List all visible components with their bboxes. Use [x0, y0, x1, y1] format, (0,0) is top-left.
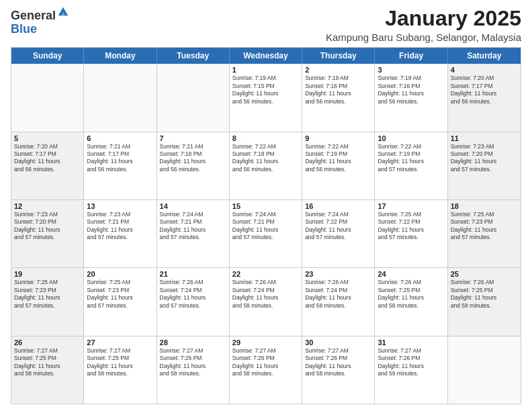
weekday-header-tuesday: Tuesday [157, 48, 230, 64]
calendar-row-0: 1Sunrise: 7:19 AM Sunset: 7:15 PM Daylig… [11, 64, 521, 131]
calendar-cell-w1d6: 11Sunrise: 7:23 AM Sunset: 7:20 PM Dayli… [448, 132, 521, 199]
calendar-cell-w4d6 [448, 336, 521, 404]
day-number: 2 [305, 66, 371, 74]
day-number: 14 [160, 202, 226, 210]
calendar-cell-w3d1: 20Sunrise: 7:25 AM Sunset: 7:23 PM Dayli… [84, 268, 157, 335]
calendar-cell-w3d5: 24Sunrise: 7:26 AM Sunset: 7:25 PM Dayli… [375, 268, 447, 335]
calendar-row-1: 5Sunrise: 7:20 AM Sunset: 7:17 PM Daylig… [11, 132, 521, 199]
day-number: 23 [305, 270, 371, 278]
calendar-row-3: 19Sunrise: 7:25 AM Sunset: 7:23 PM Dayli… [11, 267, 521, 335]
calendar-cell-w3d4: 23Sunrise: 7:26 AM Sunset: 7:24 PM Dayli… [302, 268, 375, 335]
calendar-cell-w4d4: 30Sunrise: 7:27 AM Sunset: 7:26 PM Dayli… [302, 336, 375, 404]
day-number: 7 [160, 134, 226, 142]
day-info: Sunrise: 7:25 AM Sunset: 7:23 PM Dayligh… [87, 279, 153, 310]
day-info: Sunrise: 7:24 AM Sunset: 7:21 PM Dayligh… [160, 211, 226, 242]
calendar-cell-w2d1: 13Sunrise: 7:23 AM Sunset: 7:21 PM Dayli… [84, 200, 157, 267]
day-number: 26 [14, 338, 81, 347]
calendar-cell-w1d1: 6Sunrise: 7:21 AM Sunset: 7:17 PM Daylig… [84, 132, 157, 199]
day-number: 16 [305, 202, 371, 210]
calendar-cell-w4d2: 28Sunrise: 7:27 AM Sunset: 7:26 PM Dayli… [157, 336, 230, 404]
day-info: Sunrise: 7:25 AM Sunset: 7:22 PM Dayligh… [378, 211, 444, 242]
calendar-body: 1Sunrise: 7:19 AM Sunset: 7:15 PM Daylig… [11, 64, 521, 404]
calendar-cell-w0d0 [11, 64, 84, 131]
calendar: SundayMondayTuesdayWednesdayThursdayFrid… [11, 47, 521, 404]
day-number: 20 [87, 270, 153, 278]
calendar-cell-w0d1 [84, 64, 157, 131]
calendar-cell-w2d5: 17Sunrise: 7:25 AM Sunset: 7:22 PM Dayli… [375, 200, 447, 267]
weekday-header-saturday: Saturday [448, 48, 521, 64]
calendar-cell-w0d2 [157, 64, 230, 131]
calendar-cell-w0d5: 3Sunrise: 7:19 AM Sunset: 7:16 PM Daylig… [375, 64, 447, 131]
day-info: Sunrise: 7:27 AM Sunset: 7:26 PM Dayligh… [305, 347, 371, 378]
day-number: 31 [378, 338, 444, 347]
calendar-cell-w1d0: 5Sunrise: 7:20 AM Sunset: 7:17 PM Daylig… [11, 132, 84, 199]
calendar-cell-w4d0: 26Sunrise: 7:27 AM Sunset: 7:25 PM Dayli… [11, 336, 84, 404]
logo-blue-text: Blue [11, 23, 69, 36]
calendar-cell-w2d4: 16Sunrise: 7:24 AM Sunset: 7:22 PM Dayli… [302, 200, 375, 267]
day-info: Sunrise: 7:27 AM Sunset: 7:26 PM Dayligh… [378, 347, 444, 378]
day-info: Sunrise: 7:22 AM Sunset: 7:19 PM Dayligh… [305, 143, 371, 174]
day-info: Sunrise: 7:26 AM Sunset: 7:24 PM Dayligh… [305, 279, 371, 310]
logo-icon [57, 5, 69, 17]
calendar-cell-w1d2: 7Sunrise: 7:21 AM Sunset: 7:18 PM Daylig… [157, 132, 230, 199]
weekday-header-sunday: Sunday [11, 48, 84, 64]
day-info: Sunrise: 7:19 AM Sunset: 7:16 PM Dayligh… [305, 75, 371, 105]
day-number: 8 [232, 134, 299, 142]
day-info: Sunrise: 7:26 AM Sunset: 7:25 PM Dayligh… [378, 279, 444, 310]
day-number: 17 [378, 202, 444, 210]
calendar-cell-w3d2: 21Sunrise: 7:26 AM Sunset: 7:24 PM Dayli… [157, 268, 230, 335]
day-info: Sunrise: 7:23 AM Sunset: 7:20 PM Dayligh… [451, 143, 518, 174]
calendar-cell-w0d3: 1Sunrise: 7:19 AM Sunset: 7:15 PM Daylig… [230, 64, 302, 131]
day-number: 6 [87, 134, 153, 142]
calendar-cell-w4d1: 27Sunrise: 7:27 AM Sunset: 7:25 PM Dayli… [84, 336, 157, 404]
day-number: 19 [14, 270, 81, 278]
page: General Blue January 2025 Kampung Baru S… [0, 0, 532, 411]
day-info: Sunrise: 7:26 AM Sunset: 7:24 PM Dayligh… [160, 279, 226, 310]
day-number: 30 [305, 338, 371, 347]
calendar-cell-w2d6: 18Sunrise: 7:25 AM Sunset: 7:23 PM Dayli… [448, 200, 521, 267]
weekday-header-friday: Friday [375, 48, 447, 64]
day-info: Sunrise: 7:22 AM Sunset: 7:19 PM Dayligh… [378, 143, 444, 174]
calendar-cell-w3d6: 25Sunrise: 7:26 AM Sunset: 7:25 PM Dayli… [448, 268, 521, 335]
subtitle: Kampung Baru Subang, Selangor, Malaysia [326, 32, 521, 43]
calendar-cell-w0d4: 2Sunrise: 7:19 AM Sunset: 7:16 PM Daylig… [302, 64, 375, 131]
day-number: 24 [378, 270, 444, 278]
day-info: Sunrise: 7:23 AM Sunset: 7:21 PM Dayligh… [87, 211, 153, 242]
day-info: Sunrise: 7:27 AM Sunset: 7:25 PM Dayligh… [87, 347, 153, 378]
day-info: Sunrise: 7:24 AM Sunset: 7:22 PM Dayligh… [305, 211, 371, 242]
day-number: 4 [451, 66, 518, 74]
title-block: January 2025 Kampung Baru Subang, Selang… [326, 7, 521, 43]
day-number: 10 [378, 134, 444, 142]
calendar-cell-w3d3: 22Sunrise: 7:26 AM Sunset: 7:24 PM Dayli… [230, 268, 302, 335]
day-info: Sunrise: 7:25 AM Sunset: 7:23 PM Dayligh… [451, 211, 518, 242]
day-info: Sunrise: 7:20 AM Sunset: 7:17 PM Dayligh… [14, 143, 81, 174]
day-info: Sunrise: 7:21 AM Sunset: 7:17 PM Dayligh… [87, 143, 153, 174]
calendar-row-2: 12Sunrise: 7:23 AM Sunset: 7:20 PM Dayli… [11, 199, 521, 267]
day-info: Sunrise: 7:27 AM Sunset: 7:26 PM Dayligh… [232, 347, 299, 378]
weekday-header-wednesday: Wednesday [230, 48, 302, 64]
calendar-cell-w4d5: 31Sunrise: 7:27 AM Sunset: 7:26 PM Dayli… [375, 336, 447, 404]
day-info: Sunrise: 7:26 AM Sunset: 7:24 PM Dayligh… [232, 279, 299, 310]
weekday-header-monday: Monday [84, 48, 157, 64]
day-info: Sunrise: 7:21 AM Sunset: 7:18 PM Dayligh… [160, 143, 226, 174]
main-title: January 2025 [326, 7, 521, 30]
calendar-cell-w0d6: 4Sunrise: 7:20 AM Sunset: 7:17 PM Daylig… [448, 64, 521, 131]
day-number: 29 [232, 338, 299, 347]
day-info: Sunrise: 7:19 AM Sunset: 7:15 PM Dayligh… [232, 75, 299, 105]
day-number: 27 [87, 338, 153, 347]
day-number: 3 [378, 66, 444, 74]
day-number: 25 [451, 270, 518, 278]
day-number: 13 [87, 202, 153, 210]
day-number: 11 [451, 134, 518, 142]
day-number: 21 [160, 270, 226, 278]
calendar-row-4: 26Sunrise: 7:27 AM Sunset: 7:25 PM Dayli… [11, 336, 521, 404]
day-info: Sunrise: 7:25 AM Sunset: 7:23 PM Dayligh… [14, 279, 81, 310]
calendar-cell-w2d3: 15Sunrise: 7:24 AM Sunset: 7:21 PM Dayli… [230, 200, 302, 267]
calendar-cell-w4d3: 29Sunrise: 7:27 AM Sunset: 7:26 PM Dayli… [230, 336, 302, 404]
logo-general-text: General [11, 9, 56, 23]
day-info: Sunrise: 7:24 AM Sunset: 7:21 PM Dayligh… [232, 211, 299, 242]
day-number: 28 [160, 338, 226, 347]
day-number: 5 [14, 134, 81, 142]
day-number: 22 [232, 270, 299, 278]
day-number: 1 [232, 66, 299, 74]
